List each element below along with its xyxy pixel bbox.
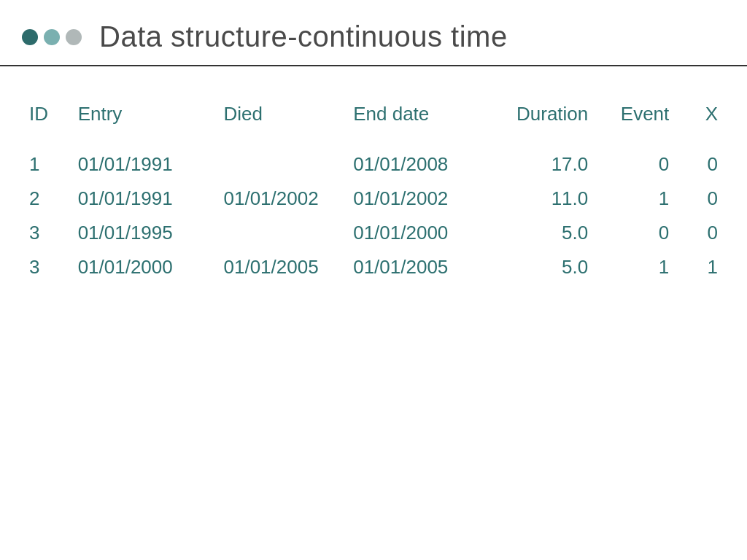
cell-died-1: [224, 147, 354, 182]
col-header-enddate: End date: [353, 96, 483, 140]
cell-enddate-4: 01/01/2005: [353, 250, 483, 284]
cell-entry-4: 01/01/2000: [78, 250, 224, 284]
cell-x-1: 0: [669, 147, 718, 182]
table-header-row: ID Entry Died End date Duration Event X: [29, 96, 718, 140]
col-header-duration: Duration: [483, 96, 588, 140]
table-row: 3 01/01/2000 01/01/2005 01/01/2005 5.0 1…: [29, 250, 718, 284]
cell-enddate-1: 01/01/2008: [353, 147, 483, 182]
cell-entry-1: 01/01/1991: [78, 147, 224, 182]
col-header-event: Event: [588, 96, 669, 140]
cell-duration-2: 11.0: [483, 182, 588, 216]
slide: Data structure-continuous time ID Entry …: [0, 0, 747, 560]
slide-header: Data structure-continuous time: [0, 0, 747, 66]
dot-1: [22, 29, 38, 45]
cell-id-3: 3: [29, 216, 78, 250]
dots-container: [22, 29, 82, 45]
dot-2: [44, 29, 60, 45]
data-table: ID Entry Died End date Duration Event X …: [29, 96, 718, 284]
cell-x-3: 0: [669, 216, 718, 250]
col-header-died: Died: [224, 96, 354, 140]
table-row: 2 01/01/1991 01/01/2002 01/01/2002 11.0 …: [29, 182, 718, 216]
cell-event-2: 1: [588, 182, 669, 216]
cell-event-1: 0: [588, 147, 669, 182]
dot-3: [66, 29, 82, 45]
table-row: 1 01/01/1991 01/01/2008 17.0 0 0: [29, 147, 718, 182]
table-container: ID Entry Died End date Duration Event X …: [0, 66, 747, 299]
cell-entry-2: 01/01/1991: [78, 182, 224, 216]
cell-duration-3: 5.0: [483, 216, 588, 250]
slide-title: Data structure-continuous time: [99, 20, 508, 53]
cell-died-3: [224, 216, 354, 250]
cell-id-1: 1: [29, 147, 78, 182]
cell-died-4: 01/01/2005: [224, 250, 354, 284]
cell-id-2: 2: [29, 182, 78, 216]
cell-x-2: 0: [669, 182, 718, 216]
col-header-entry: Entry: [78, 96, 224, 140]
cell-event-4: 1: [588, 250, 669, 284]
cell-event-3: 0: [588, 216, 669, 250]
cell-enddate-2: 01/01/2002: [353, 182, 483, 216]
col-header-x: X: [669, 96, 718, 140]
cell-id-4: 3: [29, 250, 78, 284]
spacer-row: [29, 140, 718, 147]
cell-duration-4: 5.0: [483, 250, 588, 284]
col-header-id: ID: [29, 96, 78, 140]
table-row: 3 01/01/1995 01/01/2000 5.0 0 0: [29, 216, 718, 250]
cell-duration-1: 17.0: [483, 147, 588, 182]
cell-enddate-3: 01/01/2000: [353, 216, 483, 250]
cell-died-2: 01/01/2002: [224, 182, 354, 216]
cell-x-4: 1: [669, 250, 718, 284]
cell-entry-3: 01/01/1995: [78, 216, 224, 250]
